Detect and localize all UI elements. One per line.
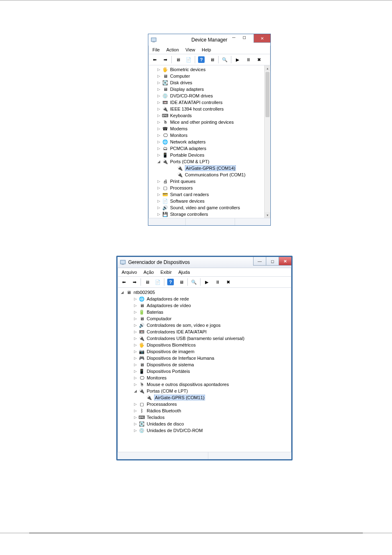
back-icon[interactable]: ⬅ [150, 55, 159, 65]
tree-root[interactable]: ◢🖥ntb002905 [118, 289, 291, 296]
tree-item[interactable]: ▷🖐Dispositivos Biométricos [118, 342, 291, 348]
menu-action[interactable]: Action [163, 46, 182, 53]
tree-item[interactable]: ▷📱Dispositivos Portáteis [118, 368, 291, 375]
help-icon[interactable]: ? [166, 277, 175, 287]
disable-icon[interactable]: ⏸ [212, 277, 222, 287]
tree-item[interactable]: ▷🖥Adaptadores de vídeo [118, 302, 291, 309]
expand-toggle[interactable]: ▷ [156, 179, 161, 183]
expand-toggle[interactable]: ▷ [156, 94, 161, 98]
computer-icon[interactable]: 🖥 [173, 55, 183, 65]
tree-item[interactable]: ▷⌨Keyboards [149, 112, 265, 119]
expand-toggle[interactable]: ▷ [156, 212, 161, 216]
tree-item[interactable]: ▷🖱Mouse e outros dispositivos apontadore… [118, 381, 291, 388]
expand-toggle[interactable]: ▷ [156, 67, 161, 72]
menu-file[interactable]: File [149, 46, 163, 53]
tree-item[interactable]: ▷▢Processadores [118, 401, 291, 407]
tree-item[interactable]: ▷🖥Computador [118, 315, 291, 322]
expand-toggle[interactable]: ▷ [133, 409, 138, 413]
expand-toggle[interactable]: ▷ [133, 376, 138, 380]
expand-toggle[interactable]: ▷ [156, 74, 161, 78]
maximize-button[interactable]: ◻ [243, 34, 254, 42]
expand-toggle[interactable]: ▷ [156, 107, 161, 111]
properties-icon[interactable]: 📄 [184, 55, 194, 65]
forward-icon[interactable]: ➡ [160, 55, 170, 65]
expand-toggle[interactable]: ▷ [156, 192, 161, 197]
expand-toggle[interactable]: ▷ [156, 146, 161, 150]
tree-item[interactable]: ▷🔌IEEE 1394 host controllers [149, 106, 265, 112]
tree-item[interactable]: ▷💽Disk drives [149, 79, 265, 86]
minimize-button[interactable]: — [253, 257, 266, 266]
expand-toggle[interactable]: ▷ [133, 310, 138, 314]
minimize-button[interactable]: — [232, 34, 243, 42]
device-tree[interactable]: ◢🖥ntb002905▷🌐Adaptadores de rede▷🖥Adapta… [118, 288, 291, 453]
titlebar[interactable]: Device Manager — ◻ ✕ [148, 34, 270, 46]
expand-toggle[interactable]: ▷ [133, 356, 138, 360]
help-icon[interactable]: ? [196, 55, 206, 65]
expand-toggle[interactable]: ▷ [133, 415, 138, 419]
menu-help[interactable]: Ajuda [175, 269, 193, 275]
computer2-icon[interactable]: 🖥 [207, 55, 217, 65]
titlebar[interactable]: Gerenciador de Dispositivos — ◻ ✕ [118, 257, 291, 268]
expand-toggle[interactable]: ▷ [133, 349, 138, 354]
tree-item[interactable]: ▷📼IDE ATA/ATAPI controllers [149, 99, 265, 106]
tree-item[interactable]: ▷▢Processors [149, 185, 265, 191]
expand-toggle[interactable]: ▷ [156, 87, 161, 91]
tree-item[interactable]: 🔌Communications Port (COM1) [149, 171, 265, 178]
disable-icon[interactable]: ⏸ [243, 55, 253, 65]
tree-item[interactable]: ▷📱Portable Devices [149, 152, 265, 158]
menu-view[interactable]: Exibir [157, 269, 175, 275]
scan-icon[interactable]: 🔍 [220, 55, 230, 65]
expand-toggle[interactable]: ▷ [156, 127, 161, 131]
expand-toggle[interactable]: ▷ [133, 363, 138, 367]
expand-toggle[interactable]: ▷ [133, 303, 138, 308]
menu-file[interactable]: Arquivo [118, 269, 140, 275]
expand-toggle[interactable]: ▷ [133, 422, 138, 426]
tree-item[interactable]: ▷💽Unidades de disco [118, 421, 291, 427]
menu-help[interactable]: Help [198, 46, 214, 53]
expand-toggle[interactable]: ▷ [156, 120, 161, 124]
expand-toggle[interactable]: ▷ [133, 343, 138, 347]
scan-icon[interactable]: 🔍 [189, 277, 199, 287]
expand-toggle[interactable]: ▷ [156, 153, 161, 157]
tree-item[interactable]: ▷🌐Network adapters [149, 139, 265, 145]
tree-item[interactable]: ▷🔌Controladores USB (barramento serial u… [118, 335, 291, 342]
expand-toggle[interactable]: ▷ [156, 206, 161, 210]
tree-item[interactable]: 🔌AirGate-GPRS (COM11) [118, 394, 291, 401]
tree-item[interactable]: ▷🔊Controladores de som, vídeo e jogos [118, 322, 291, 328]
tree-item[interactable]: ▷🖥Dispositivos de sistema [118, 361, 291, 368]
tree-item[interactable]: ▷🖱Mice and other pointing devices [149, 119, 265, 125]
enable-icon[interactable]: ▶ [202, 277, 212, 287]
uninstall-icon[interactable]: ✖ [254, 55, 264, 65]
tree-item[interactable]: ▷🗂PCMCIA adapters [149, 145, 265, 152]
menu-action[interactable]: Ação [140, 269, 157, 275]
menu-view[interactable]: View [182, 46, 198, 53]
tree-item[interactable]: ▷📷Dispositivos de imagem [118, 348, 291, 355]
tree-item[interactable]: ▷🖨Print queues [149, 178, 265, 185]
maximize-button[interactable]: ◻ [266, 257, 279, 266]
tree-item[interactable]: ▷🎮Dispositivos de Interface Humana [118, 355, 291, 361]
tree-item[interactable]: ▷🖥Display adapters [149, 86, 265, 92]
computer2-icon[interactable]: 🖥 [176, 277, 186, 287]
tree-item[interactable]: ▷💿Unidades de DVD/CD-ROM [118, 427, 291, 434]
expand-toggle[interactable]: ▷ [156, 140, 161, 144]
expand-toggle[interactable]: ▷ [156, 113, 161, 118]
expand-toggle[interactable]: ▷ [133, 336, 138, 340]
enable-icon[interactable]: ▶ [233, 55, 242, 65]
scroll-up-button[interactable]: ▴ [265, 65, 270, 71]
tree-item[interactable]: ▷☎Modems [149, 125, 265, 132]
expand-toggle[interactable]: ▷ [133, 330, 138, 334]
expand-toggle[interactable]: ▷ [156, 133, 161, 137]
device-tree[interactable]: ▷🖐Biometric devices▷🖥Computer▷💽Disk driv… [149, 65, 265, 218]
expand-toggle[interactable]: ▷ [156, 199, 161, 203]
computer-icon[interactable]: 🖥 [142, 277, 152, 287]
tree-item[interactable]: ▷🖵Monitores [118, 375, 291, 381]
expand-toggle[interactable]: ▷ [156, 100, 161, 104]
expand-toggle[interactable]: ▷ [133, 369, 138, 373]
tree-item[interactable]: ▷🔋Baterias [118, 309, 291, 315]
properties-icon[interactable]: 📄 [153, 277, 163, 287]
tree-item[interactable]: ◢🔌Portas (COM e LPT) [118, 388, 291, 394]
tree-item[interactable]: ▷🖐Biometric devices [149, 66, 265, 73]
expand-toggle[interactable]: ▷ [156, 186, 161, 190]
tree-item[interactable]: ▷💳Smart card readers [149, 191, 265, 198]
expand-toggle[interactable]: ▷ [133, 402, 138, 406]
